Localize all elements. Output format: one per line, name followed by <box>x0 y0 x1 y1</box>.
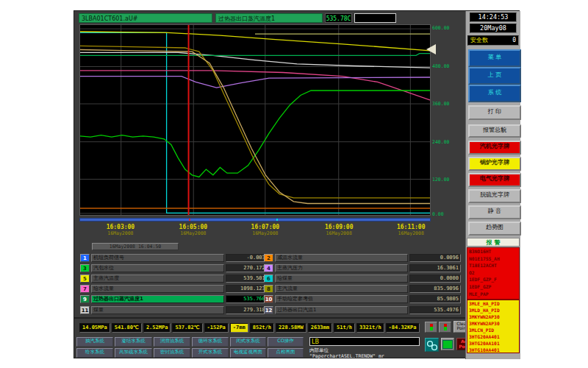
nav-button-2-5[interactable]: 电视监视画面 <box>230 348 266 358</box>
pen-color-chip: 12 <box>264 306 273 314</box>
safety-value: 0 <box>512 36 516 45</box>
alarm-item[interactable]: MLE_PAP <box>467 291 519 298</box>
pen-row-11[interactable]: 11 煤量 279.3180 <box>80 306 270 314</box>
x-axis-tick: 16:03:0016May2008 <box>107 224 135 236</box>
pen-value-readout: 535.78C <box>325 13 352 23</box>
alarm-item[interactable]: 3HTG10AA401 <box>467 347 519 353</box>
clock-time: 14:24:53 <box>470 13 517 22</box>
sidebar-button-boiler-annunciator[interactable]: 锅炉光字牌 <box>468 157 521 171</box>
alarm-item[interactable]: 3MLD_HA_PID <box>467 307 519 314</box>
sidebar-button-alarm-summary[interactable]: 报警总貌 <box>468 124 521 138</box>
alarm-item[interactable]: N01E17SS_AH <box>467 255 519 263</box>
indicator-button-2[interactable] <box>439 322 451 333</box>
sidebar-button-print[interactable]: 打 印 <box>468 105 521 120</box>
time-scrollbar[interactable] <box>79 218 431 222</box>
alarm-item[interactable]: 3HTG20AA101 <box>467 340 519 347</box>
pen-value: 16.3061 <box>409 264 461 272</box>
io-info-line2: "PaperchartASEL.TRENDW" mr <box>309 353 384 359</box>
pen-row-9-selected[interactable]: 9 过热器出口蒸汽温度1 535.7600 <box>80 295 270 303</box>
pen-color-chip: 4 <box>264 264 273 272</box>
nav-button-1-4[interactable]: 循环水系统 <box>192 337 229 347</box>
pen-row-1[interactable]: 1 机组负荷信号 -0.0033 <box>80 254 270 262</box>
pen-label[interactable]: 主汽流量 <box>275 285 408 293</box>
nav-button-2-4[interactable]: 开式水系统 <box>192 348 229 358</box>
pen-row-6[interactable]: 6 给煤量 0.0000 <box>264 275 461 283</box>
alarm-item[interactable]: 3MKYWN2AP30 <box>467 320 519 327</box>
divider <box>74 317 465 319</box>
trend-plot[interactable] <box>79 24 431 216</box>
pen-label[interactable]: 给水流量 <box>91 285 224 293</box>
pen-color-chip: 6 <box>264 275 273 283</box>
pen-label[interactable]: 主蒸汽温度 <box>91 275 224 283</box>
sidebar-button-fgd-annunciator[interactable]: 脱硫光字牌 <box>468 189 521 203</box>
y-axis-labels: 600.00480.00360.00240.00120.000.00 <box>432 24 463 217</box>
alarm-item[interactable]: 3MLE_HA_PID <box>467 300 519 307</box>
pen-value: 0.0000 <box>409 275 461 283</box>
alarm-item[interactable]: O2 <box>467 269 519 277</box>
alarm-item[interactable]: 1EDF_GZP_F <box>467 276 519 283</box>
pen-tag-bar[interactable]: 3LBA01CT601.aU# <box>79 13 212 23</box>
pen-label[interactable]: 煤量 <box>91 306 224 314</box>
pen-row-2[interactable]: 2 减温水流量 0.0096 <box>264 254 461 262</box>
pen-name-bar[interactable]: 过热器出口蒸汽温度1 <box>215 13 323 23</box>
trend-line-pen-yellow <box>80 32 430 51</box>
live-value: 51t/h <box>334 323 355 333</box>
pen-row-10[interactable]: 10 手动给定参考值 85.9805 <box>264 295 461 303</box>
sidebar-button-turbine-annunciator[interactable]: 汽机光字牌 <box>468 141 521 155</box>
dcs-trend-window: 3LBA01CT601.aU# 过热器出口蒸汽温度1 535.78C 600.0… <box>74 10 520 358</box>
cursor-timestamp: 16May2008 16:04:50 <box>92 243 179 250</box>
screen-icon-button[interactable] <box>441 338 454 350</box>
alarm-item[interactable]: 3MLCN_PID <box>467 327 519 333</box>
pen-label[interactable]: 给煤量 <box>275 275 408 283</box>
live-value: 228.58MW <box>276 323 306 333</box>
trend-line-pen-green-flat <box>80 54 430 56</box>
pen-row-12[interactable]: 12 过热器出口汽温1 535.4976 <box>264 306 461 314</box>
pen-row-5[interactable]: 5 主蒸汽温度 539.5010 <box>80 275 270 283</box>
link-icon-button[interactable] <box>425 338 439 352</box>
sidebar-button-trend[interactable]: 趋势图 <box>468 222 521 236</box>
trend-line-pen-olive-light <box>80 50 430 204</box>
nav-button-1-6[interactable]: CO操作 <box>268 337 304 347</box>
nav-button-1-2[interactable]: 凝结水系统 <box>115 337 152 347</box>
command-input-field[interactable]: LB <box>309 337 420 346</box>
alarm-item[interactable]: T18E12ACHT <box>467 262 519 269</box>
live-value: -84.32KPa <box>386 323 420 333</box>
sidebar-button-system[interactable]: 系 统 <box>468 85 521 102</box>
tag-input-field[interactable] <box>354 13 396 23</box>
nav-button-2-1[interactable]: 给水系统 <box>76 348 113 358</box>
pen-row-4[interactable]: 4 主蒸汽压力 16.3061 <box>264 264 461 272</box>
nav-button-2-2[interactable]: 高加疏水系统 <box>115 348 152 358</box>
red-green-indicator-icon <box>444 324 447 330</box>
nav-button-2-3[interactable]: 密封油系统 <box>154 348 190 358</box>
scrollbar-tick <box>276 219 278 221</box>
pen-row-7[interactable]: 7 给水流量 1098.1234 <box>80 285 270 293</box>
pen-label[interactable]: 机组负荷信号 <box>91 254 224 262</box>
alarm-item[interactable]: 1EDF_GZP <box>467 283 519 291</box>
pen-value: 835.9096 <box>409 285 461 293</box>
sidebar-button-mute[interactable]: 静 音 <box>468 205 521 219</box>
indicator-button-1[interactable] <box>425 322 437 333</box>
pen-label[interactable]: 过热器出口蒸汽温度1 <box>91 295 224 303</box>
pen-label[interactable]: 减温水流量 <box>275 254 408 262</box>
alarm-list-yellow: 3MLE_HA_PID3MLD_HA_PID3MKYWN2AP303MKYWN2… <box>467 300 520 353</box>
nav-button-2-6[interactable]: 点检画面 <box>268 348 304 358</box>
alarm-item[interactable]: 3HTG20AA401 <box>467 333 519 340</box>
sidebar-button-menu[interactable]: 菜 单 <box>468 49 521 67</box>
x-axis-labels: 16:03:0016May200816:05:0016May200816:07:… <box>79 224 431 240</box>
pen-row-8[interactable]: 8 主汽流量 835.9096 <box>264 285 461 293</box>
nav-button-1-1[interactable]: 抽汽系统 <box>76 337 113 347</box>
trend-lines-canvas <box>80 25 430 215</box>
pen-label[interactable]: 主蒸汽压力 <box>275 264 408 272</box>
alarm-item[interactable]: B3NO16HT <box>467 248 519 255</box>
nav-button-1-3[interactable]: 润滑油系统 <box>154 337 190 347</box>
pen-label[interactable]: 手动给定参考值 <box>275 295 408 303</box>
alarm-item[interactable]: 3MKYWN2AP30 <box>467 314 519 320</box>
sidebar-button-electrical-annunciator[interactable]: 电气光字牌 <box>468 173 521 187</box>
sidebar-button-prev-page[interactable]: 上 页 <box>468 67 521 85</box>
nav-button-1-5[interactable]: 闭式水系统 <box>230 337 266 347</box>
pen-label[interactable]: 过热器出口汽温1 <box>275 306 408 314</box>
pen-row-3[interactable]: 3 汽包水位 270.1721 <box>80 264 270 272</box>
crt-screen-icon <box>442 340 453 349</box>
pen-label[interactable]: 汽包水位 <box>91 264 224 272</box>
pen-color-chip: 11 <box>80 306 90 314</box>
